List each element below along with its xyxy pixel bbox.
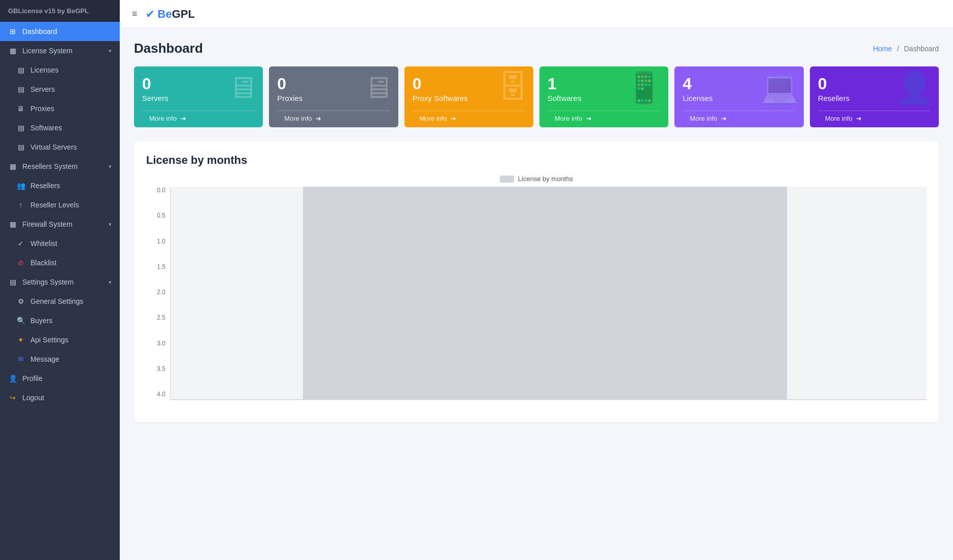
servers-more-info[interactable]: More info ➜ xyxy=(142,111,255,126)
arrow-icon: ➜ xyxy=(721,115,727,122)
sidebar-item-virtual-servers[interactable]: ▤ Virtual Servers xyxy=(0,137,120,157)
y-label-05: 0.5 xyxy=(146,212,168,219)
sidebar-item-label: Firewall System xyxy=(22,220,73,228)
breadcrumb-bar: Dashboard Home / Dashboard xyxy=(134,41,939,56)
breadcrumb-home[interactable]: Home xyxy=(873,45,892,53)
legend-box xyxy=(500,176,514,183)
message-icon: ✉ xyxy=(16,355,25,363)
sidebar-item-firewall-system[interactable]: ▦ Firewall System ▾ xyxy=(0,215,120,234)
proxies-icon: 🖥 xyxy=(16,104,25,113)
servers-bg-icon: 🖥 xyxy=(227,73,258,103)
proxy-softwares-more-info[interactable]: More info ➜ xyxy=(413,111,525,126)
logo-gpl: GPL xyxy=(172,8,195,20)
stat-card-softwares: 1 Softwares 📱 More info ➜ xyxy=(539,66,668,127)
breadcrumb-current: Dashboard xyxy=(904,45,939,53)
y-label-15: 1.5 xyxy=(146,263,168,270)
sidebar-item-licenses[interactable]: ▤ Licenses xyxy=(0,60,120,80)
sidebar-item-profile[interactable]: 👤 Profile xyxy=(0,369,120,388)
sidebar-item-softwares[interactable]: ▤ Softwares xyxy=(0,118,120,137)
chart-container: 4.0 3.5 3.0 2.5 2.0 1.5 1.0 0.5 0.0 xyxy=(146,187,927,410)
sidebar-item-resellers-system[interactable]: ▦ Resellers System ▾ xyxy=(0,157,120,176)
resellers-bg-icon: 👤 xyxy=(896,73,934,103)
reseller-levels-icon: ↑ xyxy=(16,201,25,209)
whitelist-icon: ✓ xyxy=(16,239,25,248)
y-label-25: 2.5 xyxy=(146,314,168,321)
sidebar-item-logout[interactable]: ↪ Logout xyxy=(0,388,120,407)
sidebar-item-proxies[interactable]: 🖥 Proxies xyxy=(0,99,120,118)
dashboard-icon: ⊞ xyxy=(8,27,17,36)
licenses-more-info[interactable]: More info ➜ xyxy=(683,111,795,126)
y-label-2: 2.0 xyxy=(146,289,168,296)
softwares-icon: ▤ xyxy=(16,124,25,132)
breadcrumb-separator: / xyxy=(897,45,899,53)
main-area: ≡ ✔ BeGPL Dashboard Home / Dashboard 0 S… xyxy=(120,0,953,560)
buyers-icon: 🔍 xyxy=(16,317,25,325)
license-system-icon: ▦ xyxy=(8,47,17,55)
sidebar-item-label: Reseller Levels xyxy=(30,201,79,209)
sidebar-item-label: Api Settings xyxy=(30,336,69,344)
chart-legend-label: License by months xyxy=(518,175,573,183)
chart-section: License by months License by months 4.0 … xyxy=(134,142,939,422)
virtual-servers-icon: ▤ xyxy=(16,143,25,151)
sidebar-item-settings-system[interactable]: ▤ Settings System ▾ xyxy=(0,272,120,292)
stat-card-licenses: 4 Licenses 💻 More info ➜ xyxy=(674,66,803,127)
arrow-icon: ➜ xyxy=(856,115,862,122)
resellers-icon: 👥 xyxy=(16,182,25,190)
resellers-more-info[interactable]: More info ➜ xyxy=(818,111,931,126)
sidebar-item-api-settings[interactable]: ✦ Api Settings xyxy=(0,330,120,349)
chevron-down-icon: ▾ xyxy=(109,48,112,54)
chevron-down-icon: ▾ xyxy=(109,221,112,228)
firewall-system-icon: ▦ xyxy=(8,220,17,228)
sidebar-item-buyers[interactable]: 🔍 Buyers xyxy=(0,311,120,330)
resellers-system-icon: ▦ xyxy=(8,162,17,170)
sidebar: GBLicense v15 by BeGPL ⊞ Dashboard ▦ Lic… xyxy=(0,0,120,560)
sidebar-item-label: Message xyxy=(30,355,59,363)
hamburger-button[interactable]: ≡ xyxy=(132,9,138,19)
sidebar-item-blacklist[interactable]: ⊘ Blacklist xyxy=(0,253,120,272)
topbar: ≡ ✔ BeGPL xyxy=(120,0,953,28)
content-area: Dashboard Home / Dashboard 0 Servers 🖥 M… xyxy=(120,28,953,560)
sidebar-item-whitelist[interactable]: ✓ Whitelist xyxy=(0,234,120,253)
y-label-0: 0.0 xyxy=(146,187,168,194)
proxies-bg-icon: 🖥 xyxy=(363,73,393,103)
proxies-more-info[interactable]: More info ➜ xyxy=(277,111,390,126)
chart-data-area xyxy=(303,187,787,400)
arrow-icon: ➜ xyxy=(451,115,456,122)
sidebar-item-label: Proxies xyxy=(30,104,54,113)
sidebar-item-label: Settings System xyxy=(22,278,74,286)
sidebar-item-servers[interactable]: ▤ Servers xyxy=(0,80,120,99)
chart-bottom-border xyxy=(170,399,927,400)
sidebar-item-general-settings[interactable]: ⚙ General Settings xyxy=(0,292,120,311)
sidebar-item-label: Resellers xyxy=(30,182,60,190)
sidebar-item-message[interactable]: ✉ Message xyxy=(0,349,120,369)
arrow-icon: ➜ xyxy=(181,115,186,122)
y-label-4: 4.0 xyxy=(146,391,168,398)
softwares-more-info[interactable]: More info ➜ xyxy=(548,111,660,126)
arrow-icon: ➜ xyxy=(316,115,321,122)
sidebar-item-resellers[interactable]: 👥 Resellers xyxy=(0,176,120,195)
sidebar-item-label: Softwares xyxy=(30,124,62,132)
logo-icon: ✔ xyxy=(146,8,155,21)
sidebar-item-license-system[interactable]: ▦ License System ▾ xyxy=(0,41,120,60)
sidebar-item-label: Licenses xyxy=(30,66,58,74)
sidebar-item-reseller-levels[interactable]: ↑ Reseller Levels xyxy=(0,195,120,215)
stats-cards: 0 Servers 🖥 More info ➜ 0 Proxies 🖥 More… xyxy=(134,66,939,127)
servers-icon: ▤ xyxy=(16,85,25,93)
logout-icon: ↪ xyxy=(8,394,17,402)
stat-card-servers: 0 Servers 🖥 More info ➜ xyxy=(134,66,263,127)
sidebar-item-label: Dashboard xyxy=(22,27,57,36)
page-title: Dashboard xyxy=(134,41,203,56)
sidebar-item-label: Logout xyxy=(22,394,44,402)
stat-card-resellers: 0 Resellers 👤 More info ➜ xyxy=(810,66,939,127)
licenses-icon: ▤ xyxy=(16,66,25,74)
y-label-1: 1.0 xyxy=(146,238,168,245)
sidebar-item-label: Buyers xyxy=(30,317,53,325)
y-label-35: 3.5 xyxy=(146,365,168,372)
y-label-3: 3.0 xyxy=(146,340,168,347)
blacklist-icon: ⊘ xyxy=(16,259,25,267)
logo-text: BeGPL xyxy=(158,8,195,21)
topbar-logo: ✔ BeGPL xyxy=(146,8,195,21)
profile-icon: 👤 xyxy=(8,374,17,382)
sidebar-item-dashboard[interactable]: ⊞ Dashboard xyxy=(0,22,120,41)
sidebar-item-label: Resellers System xyxy=(22,162,78,170)
